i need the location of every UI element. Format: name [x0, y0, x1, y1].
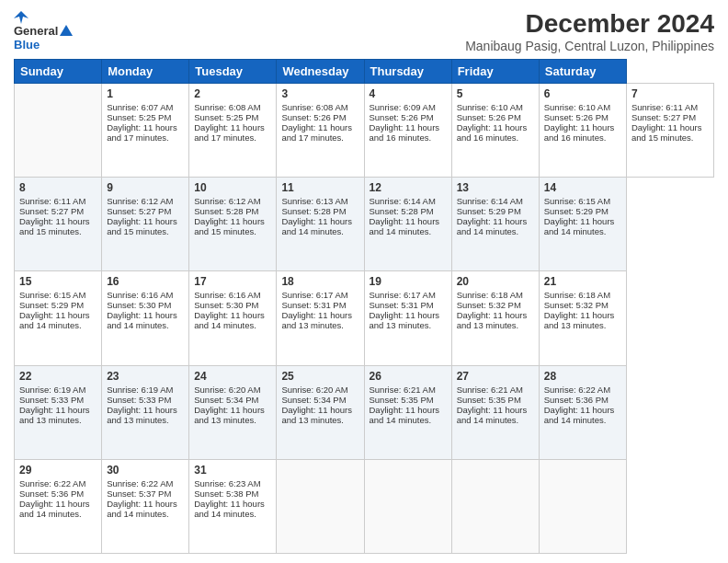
day-number: 9: [107, 181, 184, 194]
day-number: 13: [457, 181, 534, 194]
daylight-text: Daylight: 11 hours and 13 minutes.: [194, 405, 265, 425]
daylight-text: Daylight: 11 hours and 16 minutes.: [370, 122, 440, 143]
calendar-day-11: 11Sunrise: 6:13 AMSunset: 5:28 PMDayligh…: [277, 178, 364, 271]
daylight-text: Daylight: 11 hours and 14 minutes.: [370, 216, 440, 236]
calendar-day-31: 31Sunrise: 6:23 AMSunset: 5:38 PMDayligh…: [189, 459, 277, 553]
sunrise-text: Sunrise: 6:11 AM: [19, 196, 85, 206]
day-number: 8: [19, 181, 97, 194]
sunrise-text: Sunrise: 6:21 AM: [370, 385, 436, 395]
calendar-day-23: 23Sunrise: 6:19 AMSunset: 5:33 PMDayligh…: [102, 365, 189, 459]
sunrise-text: Sunrise: 6:10 AM: [544, 102, 610, 112]
calendar-day-28: 28Sunrise: 6:22 AMSunset: 5:36 PMDayligh…: [539, 365, 626, 459]
daylight-text: Daylight: 11 hours and 14 minutes.: [194, 499, 265, 519]
calendar-week-2: 8Sunrise: 6:11 AMSunset: 5:27 PMDaylight…: [15, 178, 714, 271]
calendar-day-27: 27Sunrise: 6:21 AMSunset: 5:35 PMDayligh…: [451, 365, 539, 459]
sunrise-text: Sunrise: 6:17 AM: [370, 290, 436, 300]
daylight-text: Daylight: 11 hours and 14 minutes.: [107, 499, 177, 519]
svg-marker-0: [14, 11, 28, 24]
sunset-text: Sunset: 5:36 PM: [19, 488, 84, 499]
calendar-empty-cell: [451, 459, 539, 553]
day-number: 19: [370, 275, 447, 288]
sunrise-text: Sunrise: 6:20 AM: [281, 385, 347, 395]
daylight-text: Daylight: 11 hours and 15 minutes.: [19, 216, 90, 236]
calendar-day-26: 26Sunrise: 6:21 AMSunset: 5:35 PMDayligh…: [364, 365, 451, 459]
sunrise-text: Sunrise: 6:15 AM: [19, 290, 85, 300]
daylight-text: Daylight: 11 hours and 15 minutes.: [194, 216, 265, 236]
logo-text: [14, 9, 73, 24]
calendar-empty-cell: [364, 459, 451, 553]
subtitle: Manibaug Pasig, Central Luzon, Philippin…: [465, 39, 714, 53]
day-number: 16: [107, 275, 184, 288]
sunrise-text: Sunrise: 6:09 AM: [370, 102, 436, 112]
day-number: 30: [107, 464, 184, 477]
sunset-text: Sunset: 5:26 PM: [281, 112, 346, 122]
day-number: 20: [457, 275, 534, 288]
sunrise-text: Sunrise: 6:18 AM: [544, 290, 610, 300]
calendar-header-thursday: Thursday: [364, 60, 451, 84]
sunrise-text: Sunrise: 6:12 AM: [194, 196, 260, 206]
header: General Blue December 2024 Manibaug Pasi…: [14, 9, 714, 53]
daylight-text: Daylight: 11 hours and 14 minutes.: [194, 310, 265, 330]
sunrise-text: Sunrise: 6:14 AM: [457, 196, 523, 206]
calendar-day-24: 24Sunrise: 6:20 AMSunset: 5:34 PMDayligh…: [189, 365, 277, 459]
calendar-table: SundayMondayTuesdayWednesdayThursdayFrid…: [14, 59, 714, 554]
sunset-text: Sunset: 5:33 PM: [107, 395, 171, 405]
sunset-text: Sunset: 5:32 PM: [544, 300, 609, 310]
calendar-day-7: 7Sunrise: 6:11 AMSunset: 5:27 PMDaylight…: [626, 84, 713, 178]
sunset-text: Sunset: 5:25 PM: [194, 112, 258, 122]
logo-triangle-icon: [60, 25, 73, 36]
sunset-text: Sunset: 5:27 PM: [107, 206, 171, 216]
day-number: 28: [544, 370, 621, 383]
calendar-empty-cell: [277, 459, 364, 553]
calendar-header-tuesday: Tuesday: [189, 60, 277, 84]
sunrise-text: Sunrise: 6:11 AM: [631, 102, 698, 112]
sunrise-text: Sunrise: 6:19 AM: [19, 385, 85, 395]
daylight-text: Daylight: 11 hours and 16 minutes.: [457, 122, 528, 143]
daylight-text: Daylight: 11 hours and 15 minutes.: [107, 216, 177, 236]
logo: General Blue: [14, 9, 73, 52]
calendar-day-5: 5Sunrise: 6:10 AMSunset: 5:26 PMDaylight…: [451, 84, 539, 178]
daylight-text: Daylight: 11 hours and 14 minutes.: [281, 216, 352, 236]
sunrise-text: Sunrise: 6:19 AM: [107, 385, 173, 395]
daylight-text: Daylight: 11 hours and 14 minutes.: [457, 405, 528, 425]
sunset-text: Sunset: 5:31 PM: [370, 300, 434, 310]
sunset-text: Sunset: 5:26 PM: [370, 112, 434, 122]
day-number: 31: [194, 464, 271, 477]
calendar-header-saturday: Saturday: [539, 60, 626, 84]
daylight-text: Daylight: 11 hours and 17 minutes.: [281, 122, 352, 143]
sunset-text: Sunset: 5:30 PM: [194, 300, 258, 310]
sunrise-text: Sunrise: 6:10 AM: [457, 102, 523, 112]
calendar-day-25: 25Sunrise: 6:20 AMSunset: 5:34 PMDayligh…: [277, 365, 364, 459]
sunrise-text: Sunrise: 6:15 AM: [544, 196, 610, 206]
logo-bird-icon: [14, 11, 28, 24]
sunset-text: Sunset: 5:28 PM: [194, 206, 258, 216]
sunrise-text: Sunrise: 6:22 AM: [544, 385, 610, 395]
calendar-day-22: 22Sunrise: 6:19 AMSunset: 5:33 PMDayligh…: [15, 365, 102, 459]
sunset-text: Sunset: 5:35 PM: [457, 395, 521, 405]
day-number: 27: [457, 370, 534, 383]
day-number: 18: [281, 275, 358, 288]
daylight-text: Daylight: 11 hours and 14 minutes.: [457, 216, 528, 236]
calendar-week-3: 15Sunrise: 6:15 AMSunset: 5:29 PMDayligh…: [15, 271, 714, 365]
calendar-header-wednesday: Wednesday: [277, 60, 364, 84]
calendar-week-5: 29Sunrise: 6:22 AMSunset: 5:36 PMDayligh…: [15, 459, 714, 553]
day-number: 21: [544, 275, 621, 288]
sunset-text: Sunset: 5:37 PM: [107, 488, 171, 499]
sunset-text: Sunset: 5:25 PM: [107, 112, 171, 122]
svg-marker-1: [60, 25, 73, 36]
daylight-text: Daylight: 11 hours and 13 minutes.: [544, 310, 615, 330]
sunset-text: Sunset: 5:36 PM: [544, 395, 609, 405]
sunrise-text: Sunrise: 6:16 AM: [194, 290, 260, 300]
daylight-text: Daylight: 11 hours and 15 minutes.: [631, 122, 702, 143]
sunset-text: Sunset: 5:27 PM: [19, 206, 84, 216]
sunset-text: Sunset: 5:29 PM: [19, 300, 84, 310]
calendar-day-30: 30Sunrise: 6:22 AMSunset: 5:37 PMDayligh…: [102, 459, 189, 553]
calendar-day-15: 15Sunrise: 6:15 AMSunset: 5:29 PMDayligh…: [15, 271, 102, 365]
sunset-text: Sunset: 5:34 PM: [281, 395, 346, 405]
sunset-text: Sunset: 5:27 PM: [631, 112, 696, 122]
day-number: 10: [194, 181, 271, 194]
calendar-day-18: 18Sunrise: 6:17 AMSunset: 5:31 PMDayligh…: [277, 271, 364, 365]
daylight-text: Daylight: 11 hours and 14 minutes.: [19, 310, 90, 330]
day-number: 4: [370, 87, 447, 100]
calendar-empty-cell: [539, 459, 626, 553]
